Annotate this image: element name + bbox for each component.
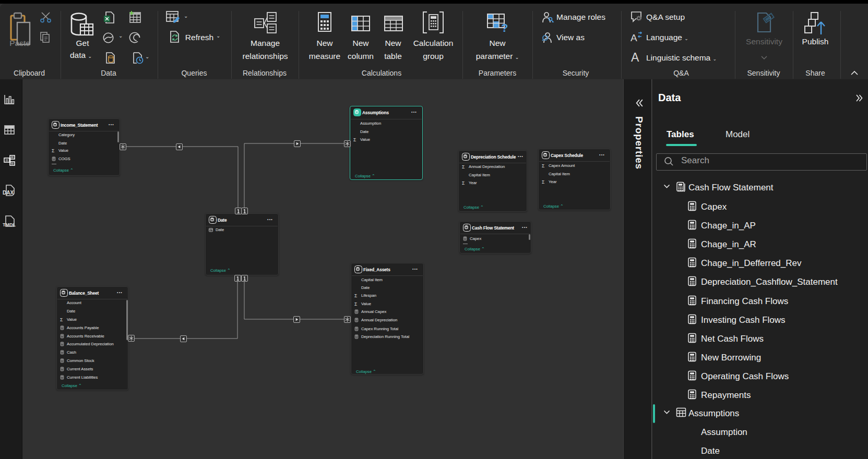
- svg-text:DAX: DAX: [3, 190, 14, 196]
- svg-text:?: ?: [501, 21, 508, 33]
- svg-text:A: A: [631, 51, 639, 63]
- svg-text:A: A: [631, 32, 637, 43]
- svg-text:TMDL: TMDL: [3, 222, 16, 227]
